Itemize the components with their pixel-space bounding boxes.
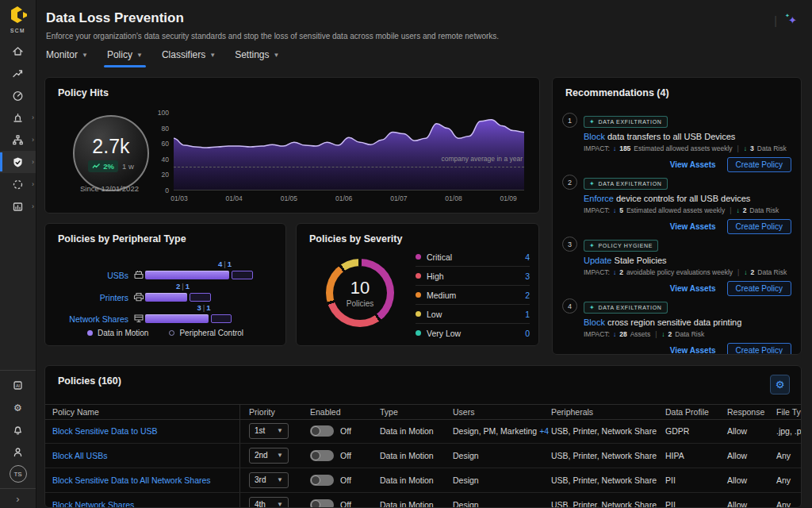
recommendation-title: Update Stale Policies [584,256,791,265]
column-header-data-profile[interactable]: Data Profile [665,407,709,417]
view-assets-link[interactable]: View Assets [670,284,716,293]
policy-name-link[interactable]: Block All USBs [52,451,107,460]
create-policy-button[interactable]: Create Policy [727,343,791,355]
sidebar-collapse-button[interactable]: › [0,488,36,508]
gauge-icon [12,90,24,102]
enabled-cell: Off [310,475,351,486]
recommendation-impact: IMPACT: ↓5Estimated allowed assets weekl… [584,206,791,214]
recommendation-action-link[interactable]: Update [584,256,611,265]
nav-account[interactable] [0,441,36,463]
peripherals-cell: USB, Printer, Network Share [551,426,657,436]
recommendation-action-link[interactable]: Enforce [584,194,614,203]
nav-settings[interactable]: ⚙ [0,396,36,418]
severity-legend-row[interactable]: Very Low 0 [416,324,530,342]
card-title: Policy Hits [58,87,109,98]
nav-services[interactable]: › [0,173,36,195]
category-link[interactable]: USBs [45,271,128,280]
chevron-right-icon: › [32,114,34,121]
table-settings-button[interactable]: ⚙ [770,375,790,394]
nav-analytics[interactable] [0,62,36,84]
policy-name-link[interactable]: Block Sensitive Data to All Network Shar… [52,475,211,485]
nav-alerts[interactable]: › [0,106,36,129]
down-arrow-icon: ↓ [613,268,616,276]
view-assets-link[interactable]: View Assets [670,346,716,355]
recommendation-action-link[interactable]: Block [584,132,605,141]
type-cell: Data in Motion [380,426,434,436]
nav-network[interactable]: › [0,129,36,151]
create-policy-button[interactable]: Create Policy [727,157,791,172]
tab-policy[interactable]: Policy▼ [107,49,143,67]
gauge-value: 2.7k [92,135,129,158]
user-avatar[interactable]: TS [0,463,36,485]
peripheral-control-bar [190,293,211,302]
column-header-peripherals[interactable]: Peripherals [551,407,593,417]
category-link[interactable]: Network Shares [45,314,128,324]
average-line [174,167,524,167]
policy-name-link[interactable]: Block Sensitive Data to USB [52,426,157,436]
nav-notifications[interactable] [0,418,36,441]
user-icon [12,446,24,458]
column-header-type[interactable]: Type [380,407,398,417]
column-header-file-types[interactable]: File Types [776,407,802,417]
priority-select[interactable]: 2nd▼ [249,448,289,464]
legend-label: Peripheral Control [179,329,243,337]
tab-label: Policy [107,49,132,60]
create-policy-button[interactable]: Create Policy [727,219,791,234]
data-profile-cell: GDPR [665,426,689,436]
nav-ai-assistant[interactable]: AI [0,374,36,396]
chevron-right-icon: › [16,493,19,505]
down-arrow-icon: ↓ [744,144,747,152]
enabled-toggle[interactable] [310,499,334,508]
policy-name-link[interactable]: Block Network Shares [52,500,134,508]
priority-select[interactable]: 1st▼ [249,423,289,439]
x-tick: 01/03 [170,194,187,202]
chevron-right-icon: › [32,159,34,166]
view-assets-link[interactable]: View Assets [670,222,716,231]
column-header-enabled[interactable]: Enabled [310,407,341,417]
category-link[interactable]: Printers [45,293,128,302]
recommendation-action-link[interactable]: Block [584,318,605,327]
tab-settings[interactable]: Settings▼ [235,49,279,67]
tab-classifiers[interactable]: Classifiers▼ [162,49,216,67]
nav-home[interactable] [0,40,36,62]
recommendation-impact: IMPACT: ↓2avoidable policy evaluations w… [584,268,791,276]
recommendation-category-badge: ✦DATA EXFILTRATION [584,116,668,128]
gauge-since-label: Since 12/01/2022 [73,184,146,193]
enabled-toggle[interactable] [310,475,334,486]
severity-legend-row[interactable]: High 3 [416,267,530,286]
ai-copilot-button[interactable]: ✦ ✦ [785,13,801,29]
priority-select[interactable]: 4th▼ [249,497,289,508]
bar-row-usbs: USBs [45,270,285,280]
column-header-users[interactable]: Users [453,407,474,417]
priority-select[interactable]: 3rd▼ [249,472,289,488]
peripheral-control-bar [211,314,232,323]
chevron-right-icon: › [32,203,34,210]
file-types-cell: Any [776,475,791,485]
peripheral-control-dot-icon [169,330,174,336]
nav-reports[interactable]: › [0,195,36,217]
severity-legend-row[interactable]: Low 1 [416,305,530,324]
app-logo[interactable]: SCM [9,6,28,33]
nav-security[interactable]: › [0,151,36,173]
toggle-state-label: Off [340,500,351,508]
view-assets-link[interactable]: View Assets [670,160,716,169]
enabled-toggle[interactable] [310,425,334,437]
severity-legend-row[interactable]: Medium 2 [416,286,530,305]
users-extra-link[interactable]: +4 [539,426,549,436]
column-header-priority[interactable]: Priority [249,407,275,417]
enabled-toggle[interactable] [310,450,334,461]
y-tick: 80 [162,125,169,133]
tab-monitor[interactable]: Monitor▼ [46,49,88,67]
svg-text:AI: AI [16,383,21,387]
severity-legend-row[interactable]: Critical 4 [416,248,530,267]
column-header-response[interactable]: Response [727,407,764,417]
policies-table-card: Policies (160) ⚙ Policy NamePriorityEnab… [44,365,802,508]
data-profile-cell: HIPA [665,451,684,460]
sidebar: SCM ››››› AI⚙TS › [0,0,36,508]
policy-hits-chart [174,112,524,190]
create-policy-button[interactable]: Create Policy [727,281,791,296]
nav-monitoring[interactable] [0,84,36,106]
down-arrow-icon: ↓ [661,330,665,338]
column-header-policy-name[interactable]: Policy Name [52,407,99,417]
severity-dot-icon [416,311,421,317]
